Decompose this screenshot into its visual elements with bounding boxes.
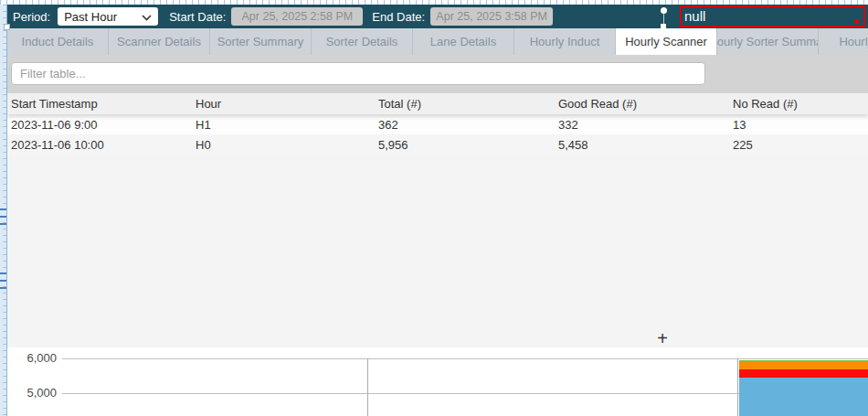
- tab-bar: Induct DetailsScanner DetailsSorter Summ…: [7, 28, 868, 55]
- tab-sorter-summary[interactable]: Sorter Summary: [210, 28, 312, 55]
- table-cell: 2023-11-06 9:00: [7, 118, 192, 132]
- designer-canvas: Period: Past Hour Start Date: Apr 25, 20…: [0, 0, 868, 416]
- bar-segment-no-read: [739, 369, 868, 378]
- tab-induct-details[interactable]: Induct Details: [7, 28, 109, 55]
- chevron-down-icon: [142, 10, 152, 24]
- start-date-input[interactable]: Apr 25, 2025 2:58 PM: [231, 7, 363, 26]
- table-cell: 362: [375, 118, 555, 132]
- bar-segment-other-green-: [739, 360, 868, 361]
- gridline-vertical: [737, 358, 738, 416]
- selection-anchor-handle[interactable]: [661, 7, 667, 14]
- table-cell: 225: [729, 138, 868, 152]
- ruler-guide-mark: [0, 287, 6, 289]
- bar-segment-good-read: [739, 378, 868, 416]
- hourly-scanner-panel: Start TimestampHourTotal (#)Good Read (#…: [7, 55, 868, 347]
- table-body: 2023-11-06 9:00H1362332132023-11-06 10:0…: [7, 114, 868, 155]
- column-header[interactable]: Total (#): [375, 97, 555, 111]
- table-cell: 2023-11-06 10:00: [7, 138, 192, 152]
- gridline-vertical: [367, 358, 368, 416]
- tab-hourly-scanner[interactable]: Hourly Scanner: [616, 28, 717, 55]
- y-axis-tick-label: 6,000: [13, 351, 57, 366]
- tab-lane-details[interactable]: Lane Details: [413, 28, 514, 55]
- table-cell: H1: [192, 118, 375, 132]
- end-date-label: End Date:: [372, 10, 425, 24]
- null-text: null: [684, 8, 705, 24]
- bar-segment-other-orange-: [739, 361, 868, 369]
- ruler-vertical: [0, 5, 7, 416]
- table-header-row: Start TimestampHourTotal (#)Good Read (#…: [7, 93, 868, 114]
- table-cell: 5,956: [375, 138, 555, 152]
- ruler-guide-mark: [0, 280, 6, 282]
- table-cell: 332: [555, 118, 729, 132]
- binding-error-dot: [854, 19, 859, 24]
- ruler-guide-mark: [0, 216, 6, 218]
- table-cell: H0: [192, 138, 375, 152]
- end-date-value: Apr 25, 2025 3:58 PM: [436, 10, 547, 23]
- tab-sorter-details[interactable]: Sorter Details: [312, 28, 413, 55]
- period-label: Period:: [13, 10, 50, 24]
- column-header[interactable]: Start Timestamp: [7, 97, 192, 111]
- table-filter-row: [7, 55, 868, 93]
- selected-label-with-error[interactable]: null: [680, 5, 865, 27]
- tab-hourly-sort[interactable]: Hourly Sort: [819, 28, 868, 55]
- period-select[interactable]: Past Hour: [58, 7, 158, 26]
- filter-toolbar: Period: Past Hour Start Date: Apr 25, 20…: [7, 5, 868, 28]
- ruler-guide-mark: [0, 223, 6, 225]
- hourly-scanner-chart: 6,0005,000: [7, 347, 868, 416]
- tab-hourly-induct[interactable]: Hourly Induct: [514, 28, 616, 55]
- column-header[interactable]: Hour: [192, 97, 375, 111]
- table-row[interactable]: 2023-11-06 9:00H136233213: [7, 114, 868, 134]
- start-date-label: Start Date:: [169, 10, 226, 24]
- start-date-value: Apr 25, 2025 2:58 PM: [242, 10, 354, 23]
- ruler-guide-mark: [0, 272, 6, 274]
- dashboard-view: Period: Past Hour Start Date: Apr 25, 20…: [7, 5, 868, 416]
- table-cell: 5,458: [555, 138, 729, 152]
- column-header[interactable]: Good Read (#): [555, 97, 729, 111]
- column-header[interactable]: No Read (#): [729, 97, 868, 111]
- table-filter-input[interactable]: [11, 62, 705, 85]
- selection-resize-handle[interactable]: [4, 24, 10, 30]
- ruler-guide-mark: [0, 208, 6, 210]
- y-axis-tick-label: 5,000: [13, 386, 57, 400]
- period-select-value: Past Hour: [64, 10, 117, 24]
- add-row-button[interactable]: +: [650, 325, 675, 347]
- tab-scanner-details[interactable]: Scanner Details: [109, 28, 210, 55]
- end-date-input[interactable]: Apr 25, 2025 3:58 PM: [430, 7, 553, 26]
- table-row[interactable]: 2023-11-06 10:00H05,9565,458225: [7, 134, 868, 155]
- table-cell: 13: [729, 118, 868, 132]
- tab-hourly-sorter-summar[interactable]: Hourly Sorter Summar: [717, 28, 819, 55]
